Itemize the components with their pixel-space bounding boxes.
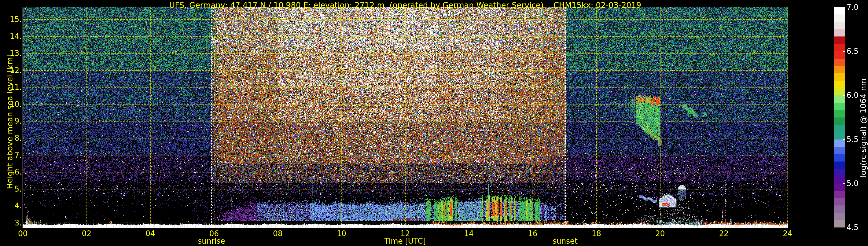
x-tick-label: 10 xyxy=(329,229,354,238)
x-tick-label: 22 xyxy=(711,229,737,238)
y-tick-label: 9. xyxy=(0,116,22,126)
colorbar-tick-mark xyxy=(843,139,845,140)
x-tick-label: 24 xyxy=(775,229,801,238)
y-tick-label: 8. xyxy=(0,133,22,143)
x-tick-label: 02 xyxy=(73,229,99,238)
colorbar-tick-label: 7.0 xyxy=(846,3,867,12)
y-tick-label: 15. xyxy=(0,15,22,24)
colorbar-tick-label: 6.5 xyxy=(846,47,867,56)
colorbar-tick-label: 5.0 xyxy=(846,179,867,188)
x-tick-label: 16 xyxy=(520,229,546,238)
y-tick-label: 13. xyxy=(0,49,22,58)
x-tick-label: 12 xyxy=(392,229,418,238)
x-tick-label: 06 xyxy=(201,229,227,238)
ceilometer-heatmap-canvas xyxy=(0,0,868,246)
page: { "title": "UFS, Germany; 47.417 N / 10.… xyxy=(0,0,868,246)
y-tick-label: 5. xyxy=(0,184,22,194)
y-tick-label: 3. xyxy=(0,218,22,227)
x-tick-label: 00 xyxy=(10,229,36,238)
colorbar xyxy=(834,7,845,227)
x-tick-label: 08 xyxy=(265,229,291,238)
x-tick-label: 14 xyxy=(456,229,482,238)
y-tick-label: 14. xyxy=(0,32,22,41)
y-tick-label: 12. xyxy=(0,66,22,75)
y-tick-label: 7. xyxy=(0,151,22,160)
colorbar-tick-label: 4.5 xyxy=(846,223,867,232)
colorbar-tick-mark xyxy=(843,95,845,96)
colorbar-tick-mark xyxy=(843,183,845,184)
colorbar-tick-mark xyxy=(843,51,845,52)
y-tick-label: 4. xyxy=(0,201,22,210)
y-tick-label: 10. xyxy=(0,99,22,109)
x-tick-label: 18 xyxy=(583,229,609,238)
y-tick-label: 6. xyxy=(0,167,22,177)
y-tick-label: 11. xyxy=(0,83,22,92)
x-tick-label: 04 xyxy=(137,229,163,238)
x-tick-label: 20 xyxy=(647,229,673,238)
colorbar-label: log(rc-signal) @ 1064 nm xyxy=(859,79,868,177)
chart-title: UFS, Germany; 47.417 N / 10.980 E; eleva… xyxy=(23,1,787,10)
